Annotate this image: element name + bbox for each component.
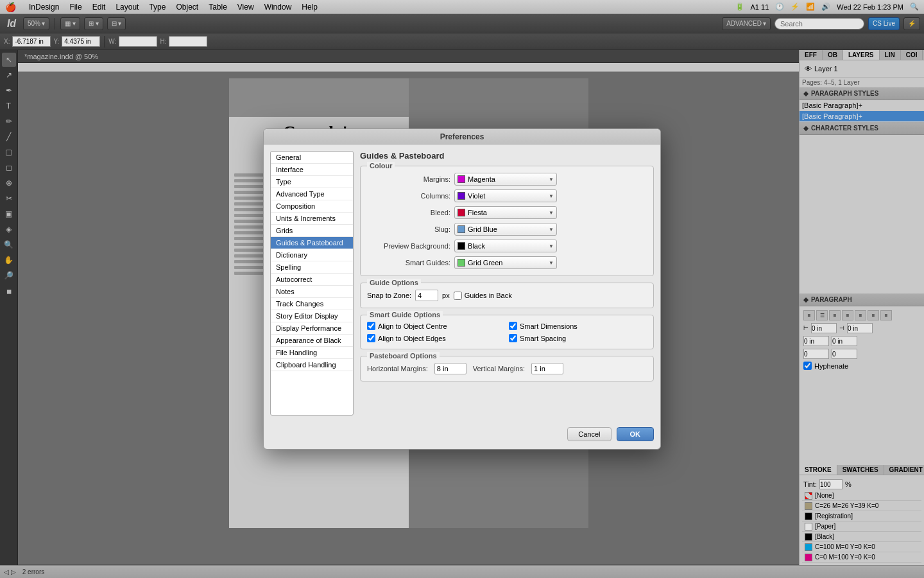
slug-color-select[interactable]: Grid Blue ▼ <box>454 223 557 236</box>
h-margins-input[interactable] <box>434 363 466 374</box>
align-object-edges-checkbox[interactable] <box>367 334 375 342</box>
dialog-body: General Interface Type Advanced Type Com… <box>264 144 660 422</box>
margins-color-select[interactable]: Magenta ▼ <box>454 173 557 186</box>
slug-swatch <box>458 225 465 233</box>
pref-general[interactable]: General <box>271 152 353 164</box>
smart-guides-dropdown-arrow: ▼ <box>549 260 554 266</box>
dialog-title: Preferences <box>264 129 660 144</box>
align-object-edges-row: Align to Object Edges <box>367 334 505 342</box>
pref-interface[interactable]: Interface <box>271 164 353 176</box>
dialog-section-title: Guides & Pasteboard <box>360 151 654 161</box>
preview-bg-swatch <box>458 242 465 250</box>
columns-dropdown-arrow: ▼ <box>549 193 554 199</box>
smart-dimensions-row: Smart Dimensions <box>509 322 647 330</box>
columns-swatch <box>458 192 465 200</box>
ok-button[interactable]: OK <box>617 427 654 441</box>
margins-color-name: Magenta <box>468 175 546 183</box>
margins-swatch <box>458 175 465 183</box>
snap-zone-row: Snap to Zone: px Guides in Back <box>367 290 647 301</box>
smart-dimensions-checkbox[interactable] <box>509 322 517 330</box>
smart-guide-grid: Align to Object Centre Smart Dimensions … <box>367 322 647 342</box>
pref-spelling[interactable]: Spelling <box>271 261 353 274</box>
colour-group-label: Colour <box>367 162 395 170</box>
slug-row: Slug: Grid Blue ▼ <box>367 223 647 236</box>
columns-color-name: Violet <box>468 192 546 200</box>
bleed-color-name: Fiesta <box>468 209 546 216</box>
margins-label: Margins: <box>367 175 450 183</box>
v-margins-label: Vertical Margins: <box>473 365 525 372</box>
pref-units[interactable]: Units & Increments <box>271 213 353 225</box>
guides-in-back-checkbox[interactable] <box>454 292 462 300</box>
slug-dropdown-arrow: ▼ <box>549 227 554 232</box>
columns-row: Columns: Violet ▼ <box>367 189 647 202</box>
slug-color-name: Grid Blue <box>468 225 546 233</box>
pref-appearance-black[interactable]: Appearance of Black <box>271 335 353 347</box>
smart-guides-label: Smart Guides: <box>367 259 450 267</box>
snap-zone-unit: px <box>442 292 450 299</box>
align-object-centre-label: Align to Object Centre <box>378 322 447 330</box>
preview-bg-row: Preview Background: Black ▼ <box>367 240 647 252</box>
pref-guides[interactable]: Guides & Pasteboard <box>271 237 353 249</box>
columns-label: Columns: <box>367 192 450 200</box>
h-margins-label: Horizontal Margins: <box>367 365 428 372</box>
align-object-centre-row: Align to Object Centre <box>367 322 505 330</box>
pref-composition[interactable]: Composition <box>271 200 353 213</box>
pref-notes[interactable]: Notes <box>271 286 353 298</box>
guides-in-back-row: Guides in Back <box>454 292 512 300</box>
align-object-edges-label: Align to Object Edges <box>378 335 446 342</box>
bleed-swatch <box>458 209 465 216</box>
preview-bg-label: Preview Background: <box>367 242 450 250</box>
pref-file-handling[interactable]: File Handling <box>271 347 353 359</box>
snap-zone-input[interactable] <box>415 290 438 301</box>
pref-display-perf[interactable]: Display Performance <box>271 322 353 335</box>
pasteboard-row: Horizontal Margins: Vertical Margins: <box>367 363 647 374</box>
smart-guide-options-group: Smart Guide Options Align to Object Cent… <box>360 315 654 349</box>
columns-color-select[interactable]: Violet ▼ <box>454 189 557 202</box>
smart-spacing-row: Smart Spacing <box>509 334 647 342</box>
guide-options-group: Guide Options Snap to Zone: px Guides in… <box>360 283 654 308</box>
smart-guide-options-label: Smart Guide Options <box>367 311 443 319</box>
pref-track-changes[interactable]: Track Changes <box>271 298 353 310</box>
cancel-button[interactable]: Cancel <box>567 427 611 441</box>
smart-spacing-label: Smart Spacing <box>520 335 566 342</box>
guide-options-label: Guide Options <box>367 279 421 286</box>
margins-dropdown-arrow: ▼ <box>549 177 554 182</box>
dialog-buttons: Cancel OK <box>264 422 660 449</box>
align-object-centre-checkbox[interactable] <box>367 322 375 330</box>
bleed-dropdown-arrow: ▼ <box>549 210 554 216</box>
smart-guides-color-select[interactable]: Grid Green ▼ <box>454 256 557 269</box>
pref-clipboard[interactable]: Clipboard Handling <box>271 359 353 371</box>
pref-type[interactable]: Type <box>271 176 353 188</box>
guides-in-back-label: Guides in Back <box>465 292 512 299</box>
bleed-label: Bleed: <box>367 209 450 216</box>
preview-bg-dropdown-arrow: ▼ <box>549 243 554 249</box>
smart-guides-swatch <box>458 259 465 267</box>
preferences-dialog: Preferences General Interface Type Advan… <box>263 128 661 450</box>
smart-guides-color-name: Grid Green <box>468 259 546 267</box>
snap-zone-label: Snap to Zone: <box>367 292 411 299</box>
v-margins-input[interactable] <box>531 363 563 374</box>
preview-bg-color-select[interactable]: Black ▼ <box>454 240 557 252</box>
bleed-color-select[interactable]: Fiesta ▼ <box>454 206 557 219</box>
slug-label: Slug: <box>367 225 450 233</box>
pref-advanced-type[interactable]: Advanced Type <box>271 188 353 200</box>
colour-group: Colour Margins: Magenta ▼ Columns: <box>360 166 654 276</box>
pref-autocorrect[interactable]: Autocorrect <box>271 274 353 286</box>
preview-bg-color-name: Black <box>468 242 546 250</box>
pref-grids[interactable]: Grids <box>271 225 353 237</box>
bleed-row: Bleed: Fiesta ▼ <box>367 206 647 219</box>
dialog-overlay: Preferences General Interface Type Advan… <box>0 0 924 578</box>
dialog-sidebar: General Interface Type Advanced Type Com… <box>270 151 354 416</box>
pref-dictionary[interactable]: Dictionary <box>271 249 353 261</box>
pref-story-editor[interactable]: Story Editor Display <box>271 310 353 322</box>
pasteboard-options-label: Pasteboard Options <box>367 352 440 360</box>
dialog-main: Guides & Pasteboard Colour Margins: Mage… <box>360 151 654 416</box>
margins-row: Margins: Magenta ▼ <box>367 173 647 186</box>
pasteboard-options-group: Pasteboard Options Horizontal Margins: V… <box>360 356 654 381</box>
smart-guides-row: Smart Guides: Grid Green ▼ <box>367 256 647 269</box>
smart-dimensions-label: Smart Dimensions <box>520 322 578 330</box>
smart-spacing-checkbox[interactable] <box>509 334 517 342</box>
